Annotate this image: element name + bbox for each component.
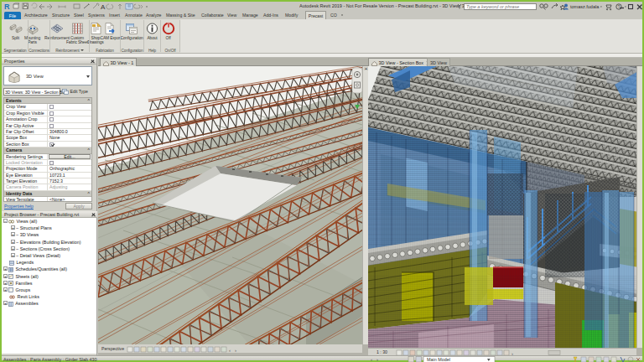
svg-text:‹: ‹ [371,357,372,362]
svg-text:A: A [101,3,106,11]
svg-text:tomasz.fudala: tomasz.fudala [570,4,600,9]
svg-text:‹: ‹ [229,347,231,352]
svg-text:›: › [235,347,236,352]
svg-text:Main Model: Main Model [427,357,450,362]
svg-text:›: › [377,357,378,362]
svg-text:R: R [4,3,10,11]
